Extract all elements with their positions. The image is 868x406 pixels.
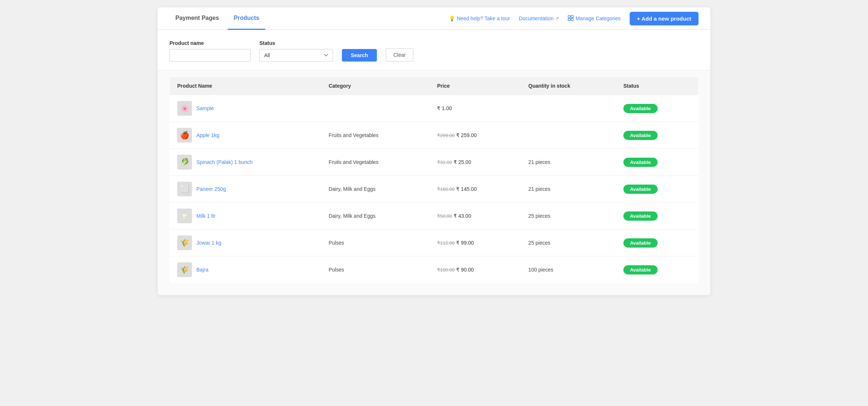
search-button[interactable]: Search <box>342 49 377 62</box>
tab-payment-pages[interactable]: Payment Pages <box>169 7 225 30</box>
status-cell: Available <box>616 95 699 122</box>
product-name-link[interactable]: Milk 1 ltr <box>196 213 216 219</box>
status-badge: Available <box>623 104 658 113</box>
product-name-cell: 🌾Bajra <box>170 256 321 283</box>
status-badge: Available <box>623 185 658 194</box>
col-category: Category <box>321 77 430 95</box>
status-select[interactable]: All Available Unavailable <box>259 49 333 62</box>
quantity-cell: 25 pieces <box>521 203 616 230</box>
status-badge: Available <box>623 131 658 140</box>
product-thumb: 🌾 <box>177 235 192 250</box>
product-name-link[interactable]: Bajra <box>196 267 209 273</box>
price-current: ₹ 1.00 <box>437 105 452 111</box>
status-badge: Available <box>623 265 658 274</box>
category-cell: Dairy, Milk and Eggs <box>321 176 430 203</box>
product-thumb: 🥛 <box>177 209 192 223</box>
price-cell: ₹50.00₹ 43.00 <box>430 203 521 230</box>
category-cell: Fruits and Vegetables <box>321 149 430 176</box>
status-badge: Available <box>623 238 658 248</box>
quantity-cell: 21 pieces <box>521 149 616 176</box>
product-name-cell: 🌾Jowar 1 kg <box>170 230 321 256</box>
category-cell: Fruits and Vegetables <box>321 122 430 149</box>
product-name-cell: 🍎Apple 1kg <box>170 122 321 149</box>
help-link[interactable]: 💡 Need help? Take a tour <box>449 15 510 21</box>
status-label: Status <box>259 40 333 46</box>
svg-rect-1 <box>571 15 573 18</box>
status-cell: Available <box>616 149 699 176</box>
product-name-link[interactable]: Paneer 250g <box>196 186 226 192</box>
price-original: ₹112.00 <box>437 240 455 246</box>
price-current: ₹ 259.00 <box>456 132 477 138</box>
product-name-cell: 🥛Milk 1 ltr <box>170 203 321 230</box>
price-cell: ₹112.00₹ 99.00 <box>430 230 521 256</box>
quantity-cell <box>521 95 616 122</box>
status-cell: Available <box>616 176 699 203</box>
svg-rect-3 <box>571 18 573 21</box>
header: Payment Pages Products 💡 Need help? Take… <box>158 7 710 30</box>
table-row: 🌸Sample₹ 1.00Available <box>170 95 699 122</box>
status-group: Status All Available Unavailable <box>259 40 333 62</box>
price-cell: ₹299.00₹ 259.00 <box>430 122 521 149</box>
price-cell: ₹100.00₹ 90.00 <box>430 256 521 283</box>
categories-icon <box>568 15 574 22</box>
quantity-cell: 21 pieces <box>521 176 616 203</box>
table-row: ⬜Paneer 250gDairy, Milk and Eggs₹160.00₹… <box>170 176 699 203</box>
quantity-cell: 100 pieces <box>521 256 616 283</box>
quantity-cell <box>521 122 616 149</box>
category-cell: Pulses <box>321 230 430 256</box>
col-quantity: Quantity in stock <box>521 77 616 95</box>
price-current: ₹ 90.00 <box>456 267 474 273</box>
category-cell: Pulses <box>321 256 430 283</box>
price-cell: ₹ 1.00 <box>430 95 521 122</box>
product-name-cell: ⬜Paneer 250g <box>170 176 321 203</box>
product-name-link[interactable]: Spinach (Palak) 1 bunch <box>196 159 253 165</box>
product-name-link[interactable]: Sample <box>196 105 214 111</box>
product-thumb: 🍎 <box>177 128 192 143</box>
product-name-label: Product name <box>169 40 251 46</box>
product-name-cell: 🥬Spinach (Palak) 1 bunch <box>170 149 321 176</box>
status-badge: Available <box>623 158 658 167</box>
price-original: ₹160.00 <box>437 186 455 192</box>
docs-link[interactable]: Documentation ↗ <box>519 15 559 21</box>
category-cell: Dairy, Milk and Eggs <box>321 203 430 230</box>
price-current: ₹ 25.00 <box>454 159 471 165</box>
price-original: ₹31.00 <box>437 160 452 165</box>
product-thumb: 🌸 <box>177 101 192 116</box>
table-header-row: Product Name Category Price Quantity in … <box>170 77 699 95</box>
product-name-group: Product name <box>169 40 251 62</box>
product-thumb: 🥬 <box>177 155 192 169</box>
price-original: ₹100.00 <box>437 267 455 273</box>
product-name-link[interactable]: Apple 1kg <box>196 132 219 138</box>
header-actions: 💡 Need help? Take a tour Documentation ↗… <box>449 12 699 25</box>
table-row: 🥬Spinach (Palak) 1 bunchFruits and Veget… <box>170 149 699 176</box>
table-row: 🌾BajraPulses₹100.00₹ 90.00100 piecesAvai… <box>170 256 699 283</box>
product-name-input[interactable] <box>169 49 251 62</box>
price-current: ₹ 43.00 <box>454 213 471 219</box>
filter-row: Product name Status All Available Unavai… <box>169 40 699 62</box>
col-status: Status <box>616 77 699 95</box>
table-row: 🍎Apple 1kgFruits and Vegetables₹299.00₹ … <box>170 122 699 149</box>
table-row: 🌾Jowar 1 kgPulses₹112.00₹ 99.0025 pieces… <box>170 230 699 256</box>
price-cell: ₹31.00₹ 25.00 <box>430 149 521 176</box>
price-cell: ₹160.00₹ 145.00 <box>430 176 521 203</box>
add-product-button[interactable]: + Add a new product <box>630 12 699 25</box>
category-cell <box>321 95 430 122</box>
product-name-link[interactable]: Jowar 1 kg <box>196 240 221 246</box>
product-thumb: 🌾 <box>177 262 192 277</box>
svg-rect-0 <box>568 15 570 18</box>
status-cell: Available <box>616 256 699 283</box>
manage-categories-link[interactable]: Manage Categories <box>568 15 620 22</box>
table-container: Product Name Category Price Quantity in … <box>158 71 710 295</box>
clear-button[interactable]: Clear <box>386 48 413 62</box>
tab-products[interactable]: Products <box>228 7 265 30</box>
status-cell: Available <box>616 230 699 256</box>
price-current: ₹ 145.00 <box>456 186 477 192</box>
table-row: 🥛Milk 1 ltrDairy, Milk and Eggs₹50.00₹ 4… <box>170 203 699 230</box>
status-badge: Available <box>623 211 658 221</box>
page-container: Payment Pages Products 💡 Need help? Take… <box>158 7 710 295</box>
filter-section: Product name Status All Available Unavai… <box>158 30 710 71</box>
svg-rect-2 <box>568 18 570 21</box>
price-current: ₹ 99.00 <box>456 240 474 246</box>
external-link-icon: ↗ <box>555 16 559 21</box>
status-cell: Available <box>616 122 699 149</box>
